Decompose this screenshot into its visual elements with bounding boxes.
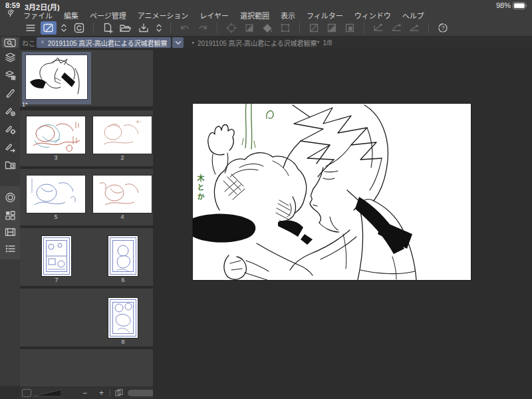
active-document-tab[interactable]: × 20191105 高沢-高山君による沢城君観察 xyxy=(37,37,171,48)
menu-layer[interactable]: レイヤー xyxy=(200,10,229,21)
page-row-empty xyxy=(20,349,153,386)
page-cell-8[interactable]: 8 xyxy=(108,298,138,345)
document-tab-bar: ねこ × 20191105 高沢-高山君による沢城君観察 ● 20191105 … xyxy=(20,37,532,49)
page-row-1: 1* xyxy=(20,50,153,106)
zoom-out-button[interactable]: − xyxy=(81,389,88,397)
menu-file[interactable]: ファイル xyxy=(23,10,53,21)
tab-chevron-down-icon[interactable] xyxy=(172,37,184,48)
layer-list-icon[interactable] xyxy=(5,244,16,253)
sub-tool-palette-icon[interactable] xyxy=(5,210,16,220)
overflow-tab[interactable]: ねこ xyxy=(20,38,37,48)
page-cell-3[interactable]: 3 xyxy=(27,116,85,161)
page-cell-7[interactable]: 7 xyxy=(42,236,71,283)
fill-bucket-icon[interactable] xyxy=(259,21,275,35)
menu-view[interactable]: 表示 xyxy=(281,10,295,21)
page-2-thumbnail xyxy=(93,116,152,154)
page-row-5: 8 xyxy=(20,289,153,346)
pen-icon[interactable] xyxy=(5,88,15,98)
timeline-icon[interactable] xyxy=(5,227,16,237)
page-5-thumbnail xyxy=(27,176,85,213)
snap-ruler-icon[interactable] xyxy=(370,21,386,35)
brush-settings-icon[interactable] xyxy=(5,142,16,152)
toolbar-separator xyxy=(93,23,94,33)
thumbnail-size-icon[interactable] xyxy=(22,389,31,397)
page-7-thumbnail xyxy=(42,236,71,276)
layer-property-icon[interactable] xyxy=(5,70,16,80)
page-4-thumbnail xyxy=(93,176,152,213)
sub-tool-detail-icon[interactable] xyxy=(5,124,16,134)
menu-help[interactable]: ヘルプ xyxy=(402,10,424,21)
page-cell-1-selected[interactable]: 1* xyxy=(22,52,91,104)
page-row-3: 5 4 xyxy=(20,169,153,225)
snap-guide-icon[interactable] xyxy=(406,21,422,35)
canvas-workspace: 木とか xyxy=(153,49,532,399)
two-page-view-icon[interactable] xyxy=(115,389,124,396)
menu-selection[interactable]: 選択範囲 xyxy=(240,10,269,21)
flip-fill-icon[interactable] xyxy=(324,21,340,35)
page-cell-6[interactable]: 6 xyxy=(108,236,138,283)
toolbar-separator xyxy=(217,23,217,33)
page-label: 8 xyxy=(108,339,138,345)
active-tab-title: 20191105 高沢-高山君による沢城君観察 xyxy=(48,38,168,48)
toolbar-separator xyxy=(299,23,300,33)
toolbar-separator xyxy=(364,23,364,33)
panel-bottom-bar: − + xyxy=(20,386,153,399)
materials-icon[interactable] xyxy=(5,160,16,170)
snap-special-ruler-icon[interactable] xyxy=(388,21,404,35)
tool-property-icon[interactable] xyxy=(5,106,16,116)
clip-studio-logo-icon[interactable] xyxy=(6,9,16,18)
page-label: 5 xyxy=(27,214,85,220)
page-label: 4 xyxy=(93,214,152,220)
clip-studio-opener-icon[interactable] xyxy=(71,21,87,35)
menu-edit[interactable]: 編集 xyxy=(64,10,78,21)
menu-bar: ファイル 編集 ページ管理 アニメーション レイヤー 選択範囲 表示 フィルター… xyxy=(23,10,424,21)
canvas-annotation: 木とか xyxy=(195,174,205,202)
top-chrome: 8:59 3月2日(月) 98% ファイル 編集 ページ管理 アニメーション レ… xyxy=(0,0,532,20)
page-cell-5[interactable]: 5 xyxy=(27,176,85,220)
transform-icon[interactable] xyxy=(277,21,293,35)
battery-icon xyxy=(513,2,527,9)
page-cell-2[interactable]: 2 xyxy=(93,116,152,161)
battery-percent: 98% xyxy=(496,1,511,9)
help-icon[interactable]: ? xyxy=(435,21,451,35)
zoom-in-button[interactable]: + xyxy=(98,389,105,397)
edit-tool-icon[interactable] xyxy=(41,21,57,35)
color-wheel-icon[interactable] xyxy=(5,192,16,203)
menu-filter[interactable]: フィルター xyxy=(307,10,343,21)
page-3-thumbnail xyxy=(27,116,85,154)
layers-icon[interactable] xyxy=(5,53,16,63)
page-row-2: 3 2 xyxy=(20,110,153,166)
open-folder-icon[interactable] xyxy=(118,21,134,35)
thumbnail-size-slider[interactable] xyxy=(33,389,61,397)
page-label: 1* xyxy=(22,102,91,108)
secondary-document-tab[interactable]: ● 20191105 高沢-高山君による沢城君観察* 1/8 xyxy=(192,38,332,48)
flip-diagonal-icon[interactable] xyxy=(306,21,322,35)
hamburger-menu-icon[interactable] xyxy=(23,21,39,35)
sidebar-icon-group-bottom xyxy=(0,186,20,259)
svg-text:?: ? xyxy=(442,25,445,31)
chevron-updown-icon[interactable] xyxy=(59,21,69,35)
toolbar-separator xyxy=(428,23,429,33)
menu-animation[interactable]: アニメーション xyxy=(138,10,189,21)
chevron-updown-icon-2[interactable] xyxy=(154,21,164,35)
rotate-canvas-icon[interactable] xyxy=(342,21,358,35)
unsaved-dot-icon: ● xyxy=(192,41,194,45)
tab-close-icon[interactable]: × xyxy=(41,39,45,46)
menu-page-manage[interactable]: ページ管理 xyxy=(90,10,126,21)
page-8-thumbnail xyxy=(108,298,138,338)
page-cell-4[interactable]: 4 xyxy=(93,176,152,220)
bottom-bar-separator xyxy=(110,390,110,396)
page-1-thumbnail xyxy=(26,55,87,99)
page-label: 2 xyxy=(93,155,152,161)
undo-icon[interactable] xyxy=(177,21,193,35)
page-manager-panel: 1* xyxy=(20,49,153,399)
redo-icon[interactable] xyxy=(195,21,211,35)
zoom-tool-icon[interactable] xyxy=(1,37,19,48)
menu-window[interactable]: ウィンドウ xyxy=(354,10,391,21)
drawing-canvas[interactable]: 木とか xyxy=(193,104,471,280)
save-icon[interactable] xyxy=(136,21,152,35)
new-page-icon[interactable] xyxy=(100,21,116,35)
deselect-icon[interactable] xyxy=(223,21,239,35)
page-label: 7 xyxy=(42,277,71,283)
invert-selection-icon[interactable] xyxy=(241,21,257,35)
